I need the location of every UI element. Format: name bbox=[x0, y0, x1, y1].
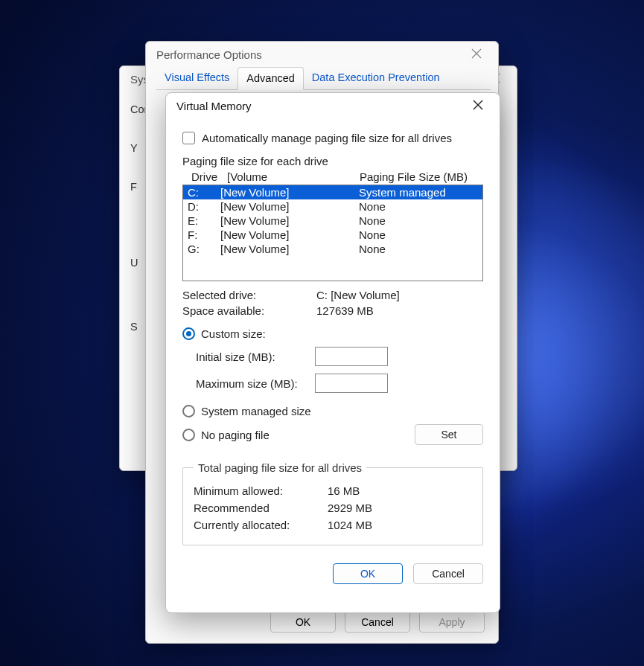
minimum-allowed-label: Minimum allowed: bbox=[194, 484, 328, 497]
space-available-value: 127639 MB bbox=[316, 304, 483, 317]
drive-volume: [New Volume] bbox=[220, 214, 359, 227]
auto-manage-label: Automatically manage paging file size fo… bbox=[202, 132, 452, 144]
drive-row[interactable]: D: [New Volume] None bbox=[183, 199, 482, 214]
currently-allocated-label: Currently allocated: bbox=[194, 519, 328, 531]
header-volume: [Volume bbox=[227, 170, 360, 183]
radio-custom-label: Custom size: bbox=[201, 327, 266, 340]
header-pfs: Paging File Size (MB) bbox=[360, 170, 479, 183]
drive-letter: F: bbox=[188, 228, 220, 241]
vmem-titlebar: Virtual Memory bbox=[166, 93, 500, 118]
drive-pfs: None bbox=[359, 200, 478, 213]
drive-pfs: None bbox=[359, 214, 478, 227]
drive-letter: G: bbox=[188, 243, 220, 255]
radio-system-managed[interactable] bbox=[182, 405, 195, 417]
selected-drive-value: C: [New Volume] bbox=[316, 289, 483, 301]
drive-row[interactable]: E: [New Volume] None bbox=[183, 214, 482, 228]
virtual-memory-dialog: Virtual Memory Automatically manage pagi… bbox=[165, 92, 500, 613]
drive-letter: E: bbox=[188, 214, 220, 227]
drive-pfs: None bbox=[359, 228, 478, 241]
selected-drive-label: Selected drive: bbox=[182, 289, 316, 301]
drive-row[interactable]: C: [New Volume] System managed bbox=[183, 185, 482, 199]
drive-volume: [New Volume] bbox=[220, 186, 359, 199]
drive-letter: C: bbox=[188, 186, 220, 199]
drive-letter: D: bbox=[188, 200, 220, 213]
vmem-footer: OK Cancel bbox=[182, 563, 483, 584]
drive-volume: [New Volume] bbox=[220, 228, 359, 241]
recommended-value: 2929 MB bbox=[328, 502, 372, 514]
apply-button[interactable]: Apply bbox=[419, 612, 485, 633]
maximum-size-label: Maximum size (MB): bbox=[196, 377, 307, 390]
drive-list-headers: Drive [Volume Paging File Size (MB) bbox=[182, 170, 483, 185]
drive-pfs: None bbox=[359, 243, 478, 255]
ok-button[interactable]: OK bbox=[270, 612, 336, 633]
ok-button[interactable]: OK bbox=[333, 563, 403, 584]
totals-legend: Total paging file size for all drives bbox=[194, 461, 366, 474]
radio-no-paging[interactable] bbox=[182, 429, 195, 441]
minimum-allowed-value: 16 MB bbox=[328, 484, 360, 497]
recommended-label: Recommended bbox=[194, 502, 328, 514]
tab-advanced[interactable]: Advanced bbox=[237, 67, 304, 90]
perf-tab-row: Visual Effects Advanced Data Execution P… bbox=[156, 67, 491, 90]
initial-size-input[interactable] bbox=[315, 347, 388, 366]
perf-title: Performance Options bbox=[156, 48, 465, 61]
radio-custom-size[interactable] bbox=[182, 327, 195, 340]
totals-group: Total paging file size for all drives Mi… bbox=[182, 461, 483, 545]
auto-manage-checkbox[interactable] bbox=[182, 132, 195, 144]
drive-row[interactable]: G: [New Volume] None bbox=[183, 242, 482, 256]
perf-titlebar: Performance Options bbox=[146, 42, 498, 67]
auto-manage-row: Automatically manage paging file size fo… bbox=[182, 132, 483, 144]
space-available-label: Space available: bbox=[182, 304, 316, 317]
drive-row[interactable]: F: [New Volume] None bbox=[183, 228, 482, 242]
close-icon[interactable] bbox=[467, 100, 489, 112]
cancel-button[interactable]: Cancel bbox=[345, 612, 410, 633]
maximum-size-input[interactable] bbox=[315, 374, 388, 393]
drive-volume: [New Volume] bbox=[220, 200, 359, 213]
cancel-button[interactable]: Cancel bbox=[413, 563, 483, 584]
paging-group-label: Paging file size for each drive bbox=[182, 155, 483, 167]
initial-size-label: Initial size (MB): bbox=[196, 350, 307, 363]
vmem-title: Virtual Memory bbox=[176, 100, 467, 112]
set-button[interactable]: Set bbox=[415, 424, 483, 445]
close-icon[interactable] bbox=[465, 48, 488, 61]
drive-list[interactable]: C: [New Volume] System managed D: [New V… bbox=[182, 185, 483, 281]
radio-no-paging-label: No paging file bbox=[201, 429, 270, 441]
drive-pfs: System managed bbox=[359, 186, 478, 199]
tab-dep[interactable]: Data Execution Prevention bbox=[304, 67, 448, 89]
header-drive: Drive bbox=[191, 170, 227, 183]
perf-footer: OK Cancel Apply bbox=[270, 612, 485, 633]
radio-system-label: System managed size bbox=[201, 405, 311, 417]
tab-visual-effects[interactable]: Visual Effects bbox=[156, 67, 237, 89]
drive-volume: [New Volume] bbox=[220, 243, 359, 255]
currently-allocated-value: 1024 MB bbox=[328, 519, 372, 531]
